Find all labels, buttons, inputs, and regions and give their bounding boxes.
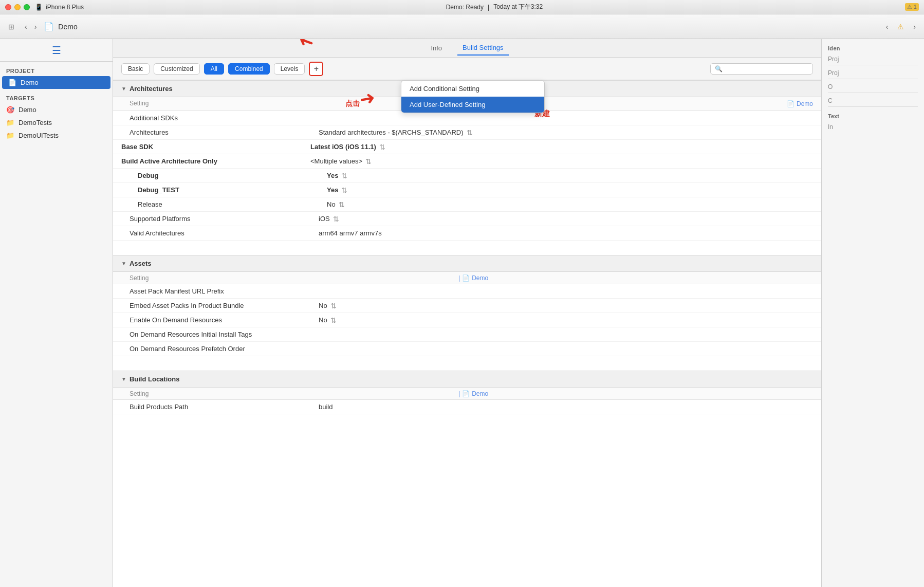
row-asset-pack-url[interactable]: Asset Pack Manifest URL Prefix — [113, 284, 821, 299]
right-panel-ident: Iden — [828, 45, 918, 51]
row-supported-platforms[interactable]: Supported Platforms iOS ⇅ — [113, 212, 821, 226]
triangle-assets-icon: ▼ — [121, 261, 126, 266]
right-panel-proj2: Proj — [828, 69, 918, 79]
setting-value-build-active: <Multiple values> ⇅ — [310, 157, 813, 166]
toolbar-right: ‹ ⚠ › — [883, 21, 919, 32]
row-debug[interactable]: Debug Yes ⇅ — [113, 169, 821, 183]
triangle-icon: ▼ — [121, 86, 126, 91]
minimize-button[interactable] — [14, 4, 21, 10]
sidebar-item-demo-target[interactable]: 🎯 Demo — [0, 103, 113, 116]
sidebar-item-demouitests[interactable]: 📁 DemoUITests — [0, 129, 113, 142]
toolbar-warning[interactable]: ⚠ — [894, 21, 907, 32]
right-panel: Iden Proj Proj O C Text In — [821, 39, 924, 587]
row-build-active[interactable]: Build Active Architecture Only <Multiple… — [113, 154, 821, 169]
iphone-icon: 📱 — [35, 4, 43, 11]
setting-name-release: Release — [138, 200, 327, 208]
fullscreen-button[interactable] — [24, 4, 30, 10]
tab-build-settings[interactable]: Build Settings — [457, 41, 509, 56]
row-architectures[interactable]: Architectures Standard architectures - $… — [113, 125, 821, 140]
setting-name-valid-arch: Valid Architectures — [130, 229, 319, 237]
row-valid-architectures[interactable]: Valid Architectures arm64 armv7 armv7s — [113, 226, 821, 241]
separator: | — [488, 4, 489, 11]
click-annotation: 点击 — [345, 99, 360, 108]
toolbar-chevron-left[interactable]: ‹ — [883, 21, 892, 32]
right-panel-c: C — [828, 97, 918, 107]
filter-all-button[interactable]: All — [204, 63, 224, 75]
search-box: 🔍 — [710, 63, 813, 75]
title-bar-right: ⚠ 1 — [905, 3, 919, 11]
search-input[interactable] — [725, 65, 808, 72]
section-build-locations: ▼ Build Locations Setting | 📄 Demo — [113, 371, 821, 414]
row-on-demand-prefetch[interactable]: On Demand Resources Prefetch Order — [113, 342, 821, 356]
back-button[interactable]: ‹ — [22, 21, 30, 32]
row-debug-test[interactable]: Debug_TEST Yes ⇅ — [113, 183, 821, 197]
sidebar-item-demotests[interactable]: 📁 DemoTests — [0, 116, 113, 129]
filter-basic-button[interactable]: Basic — [121, 63, 150, 75]
stepper-on-demand[interactable]: ⇅ — [330, 316, 337, 324]
setting-name-embed-asset: Embed Asset Packs In Product Bundle — [130, 302, 319, 309]
editor-main: Info Build Settings Basic Customized All… — [113, 39, 821, 587]
traffic-lights — [5, 4, 30, 10]
triangle-build-icon: ▼ — [121, 376, 126, 382]
setting-name-on-demand-initial: On Demand Resources Initial Install Tags — [130, 331, 319, 338]
close-button[interactable] — [5, 4, 11, 10]
setting-value-debug-test: Yes ⇅ — [327, 186, 813, 194]
device-indicator: 📱 iPhone 8 Plus — [35, 4, 84, 11]
settings-area[interactable]: ▼ Architectures Setting 点击 📄 — [113, 80, 821, 587]
setting-name-architectures: Architectures — [130, 129, 319, 136]
title-bar-title: Demo: Ready | Today at 下午3:32 — [89, 3, 900, 11]
demotests-label: DemoTests — [19, 119, 52, 126]
setting-value-base-sdk: Latest iOS (iOS 11.1) ⇅ — [310, 143, 813, 151]
row-on-demand-initial[interactable]: On Demand Resources Initial Install Tags — [113, 327, 821, 342]
section-assets: ▼ Assets Setting | 📄 Demo — [113, 255, 821, 356]
stepper-build-active[interactable]: ⇅ — [365, 157, 372, 166]
setting-name-additional-sdks: Additional SDKs — [130, 114, 319, 122]
dropdown-add-user-defined[interactable]: Add User-Defined Setting — [401, 97, 544, 113]
add-setting-button[interactable]: + — [309, 62, 323, 76]
toolbar-title: Demo — [58, 23, 77, 31]
col-header-setting-assets: Setting — [130, 274, 149, 282]
stepper-icon[interactable]: ⇅ — [467, 129, 473, 137]
setting-value-architectures: Standard architectures - $(ARCHS_STANDAR… — [319, 129, 813, 137]
demo-status: Demo: Ready — [446, 4, 484, 11]
row-build-products-path[interactable]: Build Products Path build — [113, 400, 821, 414]
dropdown-add-conditional[interactable]: Add Conditional Setting — [401, 81, 544, 97]
toolbar-chevron-right[interactable]: › — [910, 21, 919, 32]
settings-header-build-locations: Setting | 📄 Demo — [113, 388, 821, 400]
section-title-assets: Assets — [130, 260, 152, 267]
setting-name-on-demand-prefetch: On Demand Resources Prefetch Order — [130, 345, 319, 353]
tab-info[interactable]: Info — [426, 41, 447, 55]
search-icon: 🔍 — [715, 65, 723, 72]
right-panel-proj1: Proj — [828, 56, 918, 65]
sidebar-item-demo-project[interactable]: 📄 Demo — [2, 76, 110, 89]
setting-value-debug: Yes ⇅ — [327, 172, 813, 180]
settings-header-assets: Setting | 📄 Demo — [113, 272, 821, 284]
row-additional-sdks[interactable]: Additional SDKs — [113, 111, 821, 125]
demo-file-icon-assets: 📄 — [462, 274, 470, 282]
stepper-debug-test[interactable]: ⇅ — [341, 186, 347, 194]
filter-combined-button[interactable]: Combined — [228, 63, 270, 75]
stepper-embed[interactable]: ⇅ — [330, 302, 337, 310]
row-release[interactable]: Release No ⇅ — [113, 197, 821, 212]
setting-value-release: No ⇅ — [327, 200, 813, 209]
stepper-supported[interactable]: ⇅ — [333, 215, 339, 223]
row-enable-on-demand[interactable]: Enable On Demand Resources No ⇅ — [113, 313, 821, 327]
demo-target-label: Demo — [19, 106, 36, 114]
grid-view-button[interactable]: ⊞ — [5, 21, 17, 32]
filter-levels-button[interactable]: Levels — [274, 63, 305, 75]
filter-customized-button[interactable]: Customized — [154, 63, 199, 75]
stepper-debug[interactable]: ⇅ — [341, 172, 347, 180]
stepper-release[interactable]: ⇅ — [339, 200, 345, 209]
setting-value-valid-arch: arm64 armv7 armv7s — [319, 229, 813, 237]
right-panel-text-sub: In — [828, 123, 918, 131]
setting-name-asset-pack-url: Asset Pack Manifest URL Prefix — [130, 287, 319, 295]
row-embed-asset-packs[interactable]: Embed Asset Packs In Product Bundle No ⇅ — [113, 299, 821, 313]
setting-name-build-active: Build Active Architecture Only — [121, 157, 310, 165]
forward-button[interactable]: › — [31, 21, 40, 32]
setting-name-supported-platforms: Supported Platforms — [130, 215, 319, 223]
stepper-base-sdk[interactable]: ⇅ — [379, 143, 385, 151]
right-panel-o: O — [828, 83, 918, 93]
filter-bar: Basic Customized All Combined Levels + ➜… — [113, 58, 821, 80]
row-base-sdk[interactable]: Base SDK Latest iOS (iOS 11.1) ⇅ — [113, 140, 821, 154]
app-window: ⊞ ‹ › 📄 Demo ‹ ⚠ › ☰ PROJECT 📄 Demo TARG… — [0, 14, 924, 587]
